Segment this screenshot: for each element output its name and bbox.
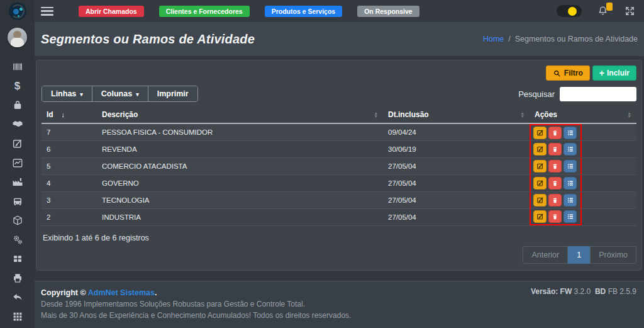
clientes-fornecedores-button[interactable]: Clientes e Fornecedores [159, 6, 250, 17]
page-title: Segmentos ou Ramos de Atividade [41, 32, 255, 47]
details-list-button[interactable] [564, 194, 577, 206]
user-avatar[interactable] [8, 28, 27, 47]
produtos-servicos-button[interactable]: Produtos e Serviços [265, 6, 343, 17]
notifications-bell-icon[interactable] [597, 4, 609, 18]
edit-button[interactable] [533, 160, 547, 172]
edit-square-icon[interactable] [12, 138, 23, 149]
table-grid-icon[interactable] [12, 253, 23, 264]
brand-area[interactable] [0, 0, 35, 22]
cell-dt-inclusao: 09/04/24 [383, 123, 530, 141]
fullscreen-icon[interactable] [625, 6, 635, 16]
cell-dt-inclusao: 27/05/04 [383, 158, 530, 175]
table-row: 4 GOVERNO 27/05/04 [42, 175, 636, 192]
table-row: 5 COMERCIO ATACADISTA 27/05/04 [42, 158, 636, 175]
gears-icon[interactable] [12, 234, 23, 246]
chart-line-icon[interactable] [12, 157, 23, 169]
breadcrumb-home-link[interactable]: Home [483, 35, 504, 43]
factory-icon[interactable] [12, 176, 23, 188]
version-info: Versão: FW 3.2.0 BD FB 2.5.9 [531, 287, 636, 328]
cell-acoes [530, 141, 636, 158]
hamburger-menu-icon[interactable] [41, 7, 53, 16]
on-responsive-button[interactable]: On Responsive [357, 6, 419, 17]
cell-acoes [530, 175, 636, 192]
navbar-main: Abrir Chamados Clientes e Fornecedores P… [35, 0, 644, 22]
box-icon[interactable] [12, 215, 23, 226]
undo-arrow-icon[interactable] [12, 291, 23, 303]
row-actions-annotation-box [530, 124, 582, 140]
records-summary: Exibindo 1 até 6 de 6 registros [43, 234, 636, 242]
edit-button[interactable] [533, 143, 547, 156]
sort-icon: ▲▼ [628, 111, 631, 118]
pagination-next-button[interactable]: Próximo [590, 246, 636, 264]
search-input[interactable] [560, 87, 636, 101]
handshake-icon[interactable] [12, 119, 23, 130]
grid-menu-icon[interactable] [12, 311, 23, 322]
column-header-dt-inclusao[interactable]: Dt.inclusão ▲▼ [383, 106, 530, 123]
plus-icon: + [599, 70, 604, 76]
printer-icon[interactable] [12, 273, 23, 284]
table-body: 7 PESSOA FISICA - CONSUMIDOR 09/04/24 6 … [42, 123, 636, 226]
delete-button[interactable] [548, 194, 562, 206]
top-navbar: Abrir Chamados Clientes e Fornecedores P… [0, 0, 644, 22]
admnet-link[interactable]: AdmNet Sistemas [88, 288, 155, 297]
truck-icon[interactable] [12, 196, 23, 207]
cell-dt-inclusao: 27/05/04 [383, 192, 530, 209]
data-card: Filtro + Incluir Linhas▾ Colunas▾ Imprim… [36, 60, 642, 271]
cell-descricao: INDUSTRIA [97, 209, 383, 226]
breadcrumb-current: Segmentos ou Ramos de Atividade [515, 35, 638, 43]
imprimir-button[interactable]: Imprimir [148, 86, 197, 101]
cell-id: 3 [42, 192, 97, 209]
details-list-button[interactable] [564, 143, 577, 156]
abrir-chamados-button[interactable]: Abrir Chamados [79, 6, 144, 17]
edit-button[interactable] [533, 177, 547, 189]
incluir-button[interactable]: + Incluir [592, 65, 636, 81]
cell-dt-inclusao: 30/06/19 [383, 141, 530, 158]
details-list-button[interactable] [564, 127, 577, 139]
pagination-previous-button[interactable]: Anterior [523, 246, 568, 264]
sort-icon: ▲▼ [374, 111, 378, 118]
filtro-button[interactable]: Filtro [546, 65, 590, 81]
cell-acoes [530, 209, 636, 226]
column-header-id[interactable]: Id ↓ [42, 106, 97, 123]
cell-dt-inclusao: 27/05/04 [383, 209, 530, 226]
delete-button[interactable] [548, 143, 562, 156]
caret-down-icon: ▾ [136, 91, 139, 98]
edit-button[interactable] [533, 127, 547, 139]
footer-tagline-2: Mais de 30 Anos de Experiência e Conheci… [41, 310, 351, 321]
pagination-page-1-button[interactable]: 1 [568, 246, 590, 264]
segments-table: Id ↓ Descrição ▲▼ Dt.inclusão ▲▼ [42, 106, 636, 226]
toggle-knob [568, 7, 577, 16]
column-header-acoes[interactable]: Ações ▲▼ [530, 106, 636, 123]
delete-button[interactable] [548, 127, 562, 139]
table-row: 3 TECNOLOGIA 27/05/04 [42, 192, 636, 209]
cell-id: 5 [42, 158, 97, 175]
edit-button[interactable] [533, 194, 547, 206]
notification-badge [606, 3, 613, 11]
details-list-button[interactable] [564, 177, 577, 189]
shopping-bag-icon[interactable] [12, 99, 23, 111]
table-row: 7 PESSOA FISICA - CONSUMIDOR 09/04/24 [42, 123, 636, 141]
linhas-dropdown[interactable]: Linhas▾ [42, 86, 92, 101]
cell-dt-inclusao: 27/05/04 [383, 175, 530, 192]
cell-descricao: TECNOLOGIA [97, 192, 383, 209]
quick-buttons: Abrir Chamados Clientes e Fornecedores P… [79, 6, 419, 17]
details-list-button[interactable] [564, 210, 577, 223]
delete-button[interactable] [548, 160, 562, 172]
navbar-right [557, 4, 635, 18]
theme-toggle[interactable] [557, 5, 582, 17]
row-actions-annotation-box [530, 175, 582, 191]
cell-id: 4 [42, 175, 97, 192]
details-list-button[interactable] [564, 160, 577, 172]
delete-button[interactable] [548, 210, 562, 223]
app-window: Abrir Chamados Clientes e Fornecedores P… [0, 0, 644, 328]
row-actions-annotation-box [530, 209, 582, 225]
delete-button[interactable] [548, 177, 562, 189]
pagination: Anterior 1 Próximo [523, 246, 636, 264]
column-header-descricao[interactable]: Descrição ▲▼ [97, 106, 383, 123]
cell-descricao: REVENDA [97, 141, 383, 158]
edit-button[interactable] [533, 210, 547, 223]
colunas-dropdown[interactable]: Colunas▾ [92, 86, 148, 101]
cell-id: 7 [42, 123, 97, 141]
barcode-icon[interactable] [12, 61, 23, 72]
dollar-sign-icon[interactable]: $ [12, 81, 23, 92]
